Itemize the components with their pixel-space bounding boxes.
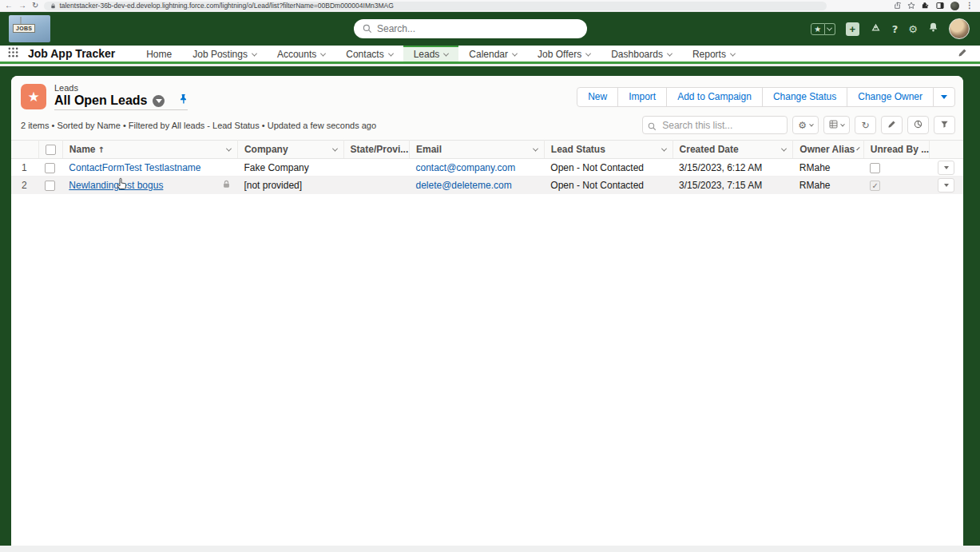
column-header-owner-alias[interactable]: Owner Alias: [793, 141, 863, 159]
list-summary: 2 items • Sorted by Name • Filtered by A…: [21, 121, 376, 130]
sort-ascending-icon: ↑: [98, 145, 105, 154]
lock-icon: [222, 180, 231, 191]
filter-button[interactable]: [934, 116, 955, 134]
favorites-star-button[interactable]: ★: [811, 23, 825, 35]
funnel-icon: [940, 120, 949, 131]
help-icon[interactable]: ?: [892, 24, 899, 34]
row-actions-caret-button[interactable]: [938, 161, 954, 175]
refresh-button[interactable]: ↻: [855, 116, 876, 134]
column-header-company[interactable]: Company: [237, 141, 343, 159]
column-header-email[interactable]: Email: [409, 141, 544, 159]
search-icon: [363, 24, 372, 34]
list-actions: New Import Add to Campaign Change Status…: [577, 87, 955, 107]
tab-home[interactable]: Home: [136, 46, 182, 62]
change-status-button[interactable]: Change Status: [762, 87, 847, 107]
lead-status-cell: Open - Not Contacted: [544, 177, 673, 194]
charts-button[interactable]: [907, 116, 929, 134]
column-header-created-date[interactable]: Created Date: [673, 141, 793, 159]
company-cell: Fake Company: [237, 159, 343, 177]
global-actions-icon[interactable]: +: [846, 22, 859, 36]
chevron-down-icon: [252, 50, 257, 56]
row-number-header: [11, 141, 38, 159]
browser-url: talentstacker-36b-dev-ed.develop.lightni…: [59, 2, 393, 10]
leads-object-icon: ★: [21, 84, 46, 109]
unread-by-cell: [863, 159, 929, 177]
import-button[interactable]: Import: [617, 87, 667, 107]
browser-menu-icon[interactable]: ⋮: [966, 2, 974, 10]
caret-down-icon: [941, 95, 947, 99]
setup-gear-icon[interactable]: ⚙: [908, 24, 918, 34]
chevron-down-icon[interactable]: [332, 145, 338, 151]
list-view-selector-caret[interactable]: [153, 95, 165, 107]
column-header-state[interactable]: State/Provi...: [343, 141, 409, 159]
browser-refresh-icon[interactable]: ↻: [32, 2, 38, 10]
list-search: [642, 116, 788, 134]
refresh-icon: ↻: [861, 121, 869, 130]
select-all-header: [38, 141, 62, 159]
tab-calendar[interactable]: Calendar: [458, 46, 527, 62]
global-header: JOBS Search... ★ + ? ⚙: [0, 12, 980, 46]
display-as-button[interactable]: [823, 116, 850, 134]
chevron-down-icon: [512, 50, 518, 56]
chevron-down-icon: [667, 50, 673, 56]
pin-icon[interactable]: [179, 93, 188, 108]
table-row: 2 Newlandingtest bogus [not provided] de…: [11, 177, 963, 194]
tab-job-postings[interactable]: Job Postings: [182, 46, 267, 62]
user-avatar[interactable]: [949, 18, 970, 39]
row-checkbox[interactable]: [45, 163, 55, 173]
tab-job-offers[interactable]: Job Offers: [527, 46, 601, 62]
email-link[interactable]: delete@deleteme.com: [415, 180, 511, 191]
tab-dashboards[interactable]: Dashboards: [601, 46, 682, 62]
chevron-down-icon[interactable]: [661, 145, 667, 151]
chevron-down-icon[interactable]: [533, 145, 538, 151]
column-header-unread-by[interactable]: Unread By ...: [863, 141, 929, 159]
browser-share-icon[interactable]: [894, 2, 901, 10]
global-search-box[interactable]: Search...: [354, 19, 587, 38]
unread-by-cell: ✓: [863, 177, 929, 194]
edit-nav-pencil-icon[interactable]: [958, 46, 967, 61]
chevron-down-icon: [443, 50, 449, 56]
column-header-name[interactable]: Name↑: [62, 141, 237, 159]
browser-back-icon[interactable]: ←: [5, 2, 13, 10]
chevron-down-icon: [320, 50, 326, 56]
nav-tabs: Home Job Postings Accounts Contacts Lead…: [136, 46, 745, 62]
favorites-caret-button[interactable]: [825, 23, 835, 35]
add-to-campaign-button[interactable]: Add to Campaign: [666, 87, 763, 107]
select-all-checkbox[interactable]: [46, 145, 56, 155]
state-cell: [343, 177, 409, 194]
new-button[interactable]: New: [577, 87, 618, 107]
row-actions-cell: [930, 177, 963, 194]
lead-name-link[interactable]: ContactFormTest Testlastname: [69, 162, 200, 173]
object-label: Leads: [54, 83, 188, 93]
email-link[interactable]: contact@company.com: [415, 162, 515, 173]
tab-reports[interactable]: Reports: [682, 46, 745, 62]
more-actions-caret-button[interactable]: [933, 87, 955, 107]
tab-contacts[interactable]: Contacts: [335, 46, 403, 62]
browser-toolbar: ← → ↻ talentstacker-36b-dev-ed.develop.l…: [0, 0, 980, 12]
browser-profile-avatar[interactable]: [950, 2, 959, 10]
browser-extensions-icon[interactable]: [922, 2, 930, 10]
browser-sidepanel-icon[interactable]: [936, 2, 944, 10]
chevron-down-icon[interactable]: [226, 145, 232, 151]
unread-checkbox-checked: ✓: [870, 181, 880, 191]
row-actions-caret-button[interactable]: [938, 178, 954, 193]
table-display-icon: [829, 120, 838, 131]
chevron-down-icon[interactable]: [781, 145, 787, 151]
tab-leads[interactable]: Leads: [403, 46, 459, 62]
trailhead-icon[interactable]: [870, 22, 882, 36]
column-header-lead-status[interactable]: Lead Status: [544, 141, 673, 159]
email-cell: contact@company.com: [409, 159, 544, 177]
inline-edit-button[interactable]: [881, 116, 903, 134]
notifications-bell-icon[interactable]: [928, 22, 938, 36]
row-checkbox[interactable]: [45, 181, 55, 191]
browser-address-bar[interactable]: talentstacker-36b-dev-ed.develop.lightni…: [44, 2, 827, 10]
tab-accounts[interactable]: Accounts: [267, 46, 335, 62]
email-cell: delete@deleteme.com: [409, 177, 544, 194]
app-launcher-icon[interactable]: [8, 46, 18, 61]
search-list-input[interactable]: [642, 116, 788, 134]
chevron-down-icon[interactable]: [857, 146, 860, 149]
browser-bookmark-star-icon[interactable]: [907, 2, 915, 10]
browser-forward-icon[interactable]: →: [18, 2, 26, 10]
change-owner-button[interactable]: Change Owner: [847, 87, 934, 107]
list-settings-button[interactable]: ⚙: [792, 116, 819, 134]
